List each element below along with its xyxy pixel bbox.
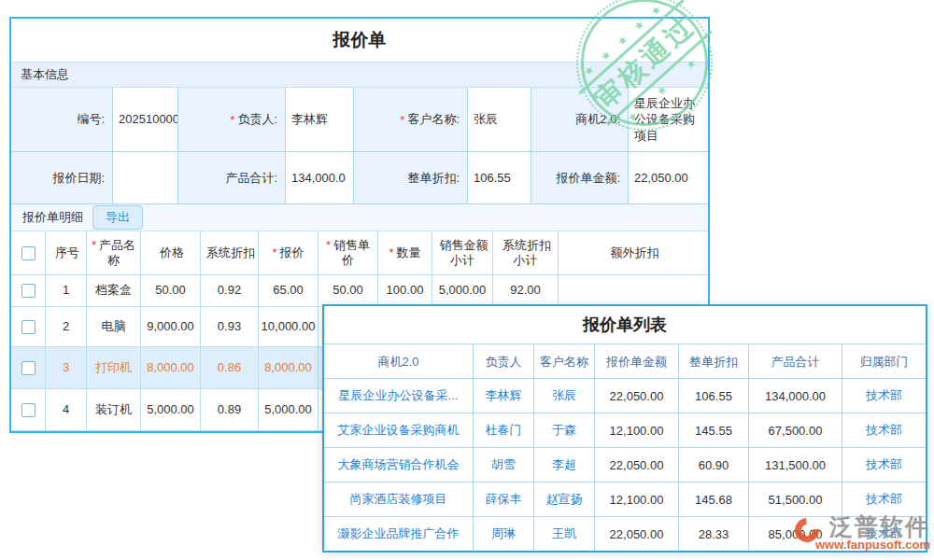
field-value-product-total[interactable]: 134,000.0 xyxy=(286,152,354,204)
col-header-seq: 序号 xyxy=(46,231,87,275)
list-cell-discount: 145.68 xyxy=(679,482,749,516)
list-cell-total: 51,500.00 xyxy=(749,482,842,516)
list-col-header[interactable]: 负责人 xyxy=(474,343,534,379)
list-cell-opportunity[interactable]: 灏影企业品牌推广合作 xyxy=(324,516,474,551)
select-all-checkbox[interactable] xyxy=(21,246,35,260)
list-title: 报价单列表 xyxy=(324,306,926,343)
row-checkbox-cell xyxy=(11,389,46,431)
list-cell-owner[interactable]: 胡雪 xyxy=(474,447,534,482)
export-button[interactable]: 导出 xyxy=(92,205,143,230)
list-cell-customer[interactable]: 王凯 xyxy=(534,516,595,551)
list-cell-owner[interactable]: 李林辉 xyxy=(474,378,534,413)
cell-price[interactable]: 5,000.00 xyxy=(141,389,201,431)
cell-sale-price[interactable]: 50.00 xyxy=(318,275,378,307)
list-cell-owner[interactable]: 薛保丰 xyxy=(474,482,534,516)
field-value-opportunity[interactable]: 星辰企业办公设备采购项目 xyxy=(629,88,708,152)
cell-product[interactable]: 打印机 xyxy=(87,347,141,389)
detail-section-label: 报价单明细 xyxy=(22,209,83,226)
quotation-list-table: 商机2.0 负责人 客户名称 报价单金额 整单折扣 产品合计 归属部门 星辰企业… xyxy=(324,343,926,551)
list-col-header[interactable]: 报价单金额 xyxy=(595,343,679,379)
list-cell-opportunity[interactable]: 大象商场营销合作机会 xyxy=(324,447,474,482)
row-checkbox[interactable] xyxy=(21,320,35,334)
cell-sys-discount[interactable]: 0.89 xyxy=(201,389,259,431)
list-col-header[interactable]: 商机2.0 xyxy=(324,343,474,379)
col-header-price: 价格 xyxy=(141,231,201,275)
basic-info-grid: 编号: 2025100005 *负责人: 李林辉 *客户名称: 张辰 商机2.0… xyxy=(11,88,708,204)
field-label-customer: *客户名称: xyxy=(354,88,468,152)
field-label-product-total: 产品合计: xyxy=(178,152,286,204)
field-value-quote-date[interactable] xyxy=(113,152,178,204)
list-cell-amount: 12,100.00 xyxy=(595,413,679,447)
list-cell-customer[interactable]: 赵宣扬 xyxy=(534,482,595,516)
field-value-code[interactable]: 2025100005 xyxy=(113,88,178,152)
cell-seq: 3 xyxy=(46,347,87,389)
list-cell-owner[interactable]: 杜春门 xyxy=(474,413,534,447)
list-cell-dept[interactable]: 技术部 xyxy=(842,447,926,482)
field-label-quote-date: 报价日期: xyxy=(11,152,113,204)
field-value-quote-amount[interactable]: 22,050.00 xyxy=(629,152,708,204)
cell-sys-discount[interactable]: 0.86 xyxy=(201,347,259,389)
list-cell-customer[interactable]: 于森 xyxy=(534,413,595,447)
field-value-customer[interactable]: 张辰 xyxy=(468,88,531,152)
row-checkbox[interactable] xyxy=(21,284,35,298)
list-cell-discount: 60.90 xyxy=(679,447,749,482)
col-header-quote: *报价 xyxy=(259,231,318,275)
field-label-owner: *负责人: xyxy=(178,88,286,152)
list-cell-discount: 145.55 xyxy=(679,413,749,447)
quotation-list-window: 报价单列表 商机2.0 负责人 客户名称 报价单金额 整单折扣 产品合计 归属部… xyxy=(322,304,927,553)
list-col-header[interactable]: 归属部门 xyxy=(842,343,926,379)
detail-section-header: 报价单明细 导出 xyxy=(11,204,708,231)
row-checkbox-cell xyxy=(11,275,46,307)
col-header-sale-subtotal: 销售金额小计 xyxy=(432,231,493,275)
cell-product[interactable]: 装订机 xyxy=(87,389,141,431)
cell-product[interactable]: 档案盒 xyxy=(87,275,141,307)
list-col-header[interactable]: 客户名称 xyxy=(534,343,595,379)
cell-seq: 4 xyxy=(46,389,87,431)
list-cell-opportunity[interactable]: 艾家企业设备采购商机 xyxy=(324,413,474,447)
list-cell-opportunity[interactable]: 星辰企业办公设备采... xyxy=(324,378,474,413)
list-cell-owner[interactable]: 周琳 xyxy=(474,516,534,551)
cell-quote[interactable]: 5,000.00 xyxy=(259,389,318,431)
select-all-cell xyxy=(11,231,46,275)
cell-price[interactable]: 8,000.00 xyxy=(141,347,201,389)
col-header-qty: *数量 xyxy=(378,231,432,275)
list-cell-customer[interactable]: 张辰 xyxy=(534,378,595,413)
row-checkbox[interactable] xyxy=(21,403,35,417)
field-label-order-discount: 整单折扣: xyxy=(354,152,468,204)
list-cell-discount: 106.55 xyxy=(679,378,749,413)
list-cell-dept[interactable]: 技术部 xyxy=(842,516,926,551)
list-cell-amount: 12,100.00 xyxy=(595,482,679,516)
list-cell-customer[interactable]: 李超 xyxy=(534,447,595,482)
cell-sys-discount[interactable]: 0.93 xyxy=(201,307,259,347)
cell-price[interactable]: 9,000.00 xyxy=(141,307,201,347)
cell-quote[interactable]: 8,000.00 xyxy=(259,347,318,389)
cell-seq: 2 xyxy=(46,307,87,347)
list-cell-total: 131,500.00 xyxy=(749,447,842,482)
list-cell-amount: 22,050.00 xyxy=(595,516,679,551)
field-label-opportunity: 商机2.0: xyxy=(531,88,629,152)
row-checkbox[interactable] xyxy=(21,361,35,375)
list-cell-dept[interactable]: 技术部 xyxy=(842,378,926,413)
cell-price[interactable]: 50.00 xyxy=(141,275,201,307)
required-marker: * xyxy=(400,113,404,127)
list-col-header[interactable]: 整单折扣 xyxy=(679,343,749,379)
cell-quote[interactable]: 65.00 xyxy=(259,275,318,307)
cell-quote[interactable]: 10,000.00 xyxy=(259,307,318,347)
list-cell-total: 85,000.00 xyxy=(749,516,842,551)
list-cell-opportunity[interactable]: 尚家酒店装修项目 xyxy=(324,482,474,516)
field-label-quote-amount: 报价单金额: xyxy=(531,152,629,204)
row-checkbox-cell xyxy=(11,347,46,389)
cell-product[interactable]: 电脑 xyxy=(87,307,141,347)
cell-sys-discount[interactable]: 0.92 xyxy=(201,275,259,307)
list-cell-dept[interactable]: 技术部 xyxy=(842,413,926,447)
col-header-extra-discount: 额外折扣 xyxy=(559,231,708,275)
field-value-order-discount[interactable]: 106.55 xyxy=(468,152,531,204)
col-header-sale-price: *销售单价 xyxy=(318,231,378,275)
cell-qty[interactable]: 100.00 xyxy=(378,275,432,307)
list-col-header[interactable]: 产品合计 xyxy=(749,343,842,379)
col-header-product: *产品名称 xyxy=(87,231,141,275)
list-cell-dept[interactable]: 技术部 xyxy=(842,482,926,516)
field-value-owner[interactable]: 李林辉 xyxy=(286,88,354,152)
list-cell-amount: 22,050.00 xyxy=(595,447,679,482)
cell-extra-discount[interactable] xyxy=(559,275,708,307)
